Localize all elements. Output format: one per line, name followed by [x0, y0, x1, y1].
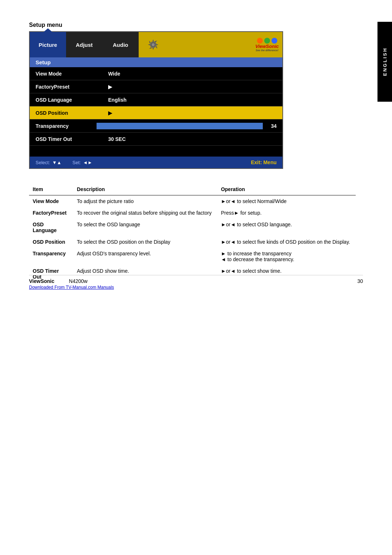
- tab-audio[interactable]: Audio: [102, 32, 139, 57]
- info-table: Item Description Operation View Mode To …: [29, 183, 356, 283]
- row-op-viewmode: ►or◄ to select Normal/Wide: [217, 195, 356, 207]
- factorypreset-arrow: ▶: [108, 84, 277, 90]
- osdposition-arrow: ▶: [108, 110, 277, 116]
- row-desc-osdpos: To select the OSD position on the Displa…: [73, 236, 217, 248]
- tab-adjust-label: Adjust: [76, 42, 93, 48]
- menu-section-setup: Setup: [30, 57, 282, 67]
- tab-logo: ViewSonic See the difference!: [168, 32, 282, 57]
- gear-icon: [147, 38, 160, 51]
- row-desc-viewmode: To adjust the picture ratio: [73, 195, 217, 207]
- footer-page: 30: [357, 278, 363, 284]
- row-item-transparency: Transparency: [29, 248, 73, 265]
- row-op-osdlang: ►or◄ to select OSD language.: [217, 219, 356, 236]
- row-desc-factorypreset: To recover the original status before sh…: [73, 207, 217, 219]
- row-item-osdlang: OSDLanguage: [29, 219, 73, 236]
- row-op-factorypreset: Press► for setup.: [217, 207, 356, 219]
- row-item-osdpos: OSD Position: [29, 236, 73, 248]
- osdposition-label: OSD Position: [36, 110, 108, 116]
- tab-adjust[interactable]: Adjust: [66, 32, 102, 57]
- menu-row-factorypreset[interactable]: FactoryPreset ▶: [30, 80, 282, 93]
- viewmode-value: Wide: [108, 71, 277, 77]
- osdlanguage-label: OSD Language: [36, 97, 108, 103]
- exit-menu-button[interactable]: Exit: Menu: [251, 159, 277, 165]
- col-header-op: Operation: [217, 183, 356, 195]
- tab-gear[interactable]: [139, 32, 168, 57]
- transparency-label: Transparency: [36, 123, 94, 129]
- menu-tab-bar: Picture Adjust Audio: [30, 32, 282, 57]
- table-row: OSD Position To select the OSD position …: [29, 236, 356, 248]
- osd-menu-box: Picture Adjust Audio: [29, 31, 283, 169]
- row-desc-osdlang: To select the OSD language: [73, 219, 217, 236]
- factorypreset-label: FactoryPreset: [36, 84, 108, 90]
- tab-picture-label: Picture: [39, 42, 57, 48]
- viewsonic-logo: ViewSonic See the difference!: [255, 38, 279, 52]
- footer-main: ViewSonic N4200w 30: [29, 275, 363, 284]
- bottom-set: Set: ◄►: [72, 160, 92, 165]
- menu-row-osdposition[interactable]: OSD Position ▶: [30, 106, 282, 119]
- viewsonic-tagline: See the difference!: [256, 49, 278, 52]
- svg-point-2: [152, 43, 155, 46]
- menu-row-osdtimerout[interactable]: OSD Timer Out 30 SEC: [30, 133, 282, 146]
- col-header-item: Item: [29, 183, 73, 195]
- row-item-factorypreset: FactoryPreset: [29, 207, 73, 219]
- osdtimerout-label: OSD Timer Out: [36, 136, 108, 142]
- menu-row-transparency[interactable]: Transparency 34: [30, 119, 282, 133]
- select-label: Select:: [36, 160, 50, 165]
- row-op-transparency: ► to increase the transparency◄ to decre…: [217, 248, 356, 265]
- bottom-select: Select: ▼▲: [36, 160, 61, 165]
- transparency-value: 34: [266, 123, 277, 129]
- footer-model: N4200w: [69, 278, 87, 284]
- menu-bottom-bar: Select: ▼▲ Set: ◄► Exit: Menu: [30, 157, 282, 168]
- tab-picture[interactable]: Picture: [30, 32, 66, 57]
- viewmode-label: View Mode: [36, 71, 108, 77]
- osdtimerout-value: 30 SEC: [108, 136, 277, 142]
- language-tab: ENGLISH: [377, 22, 392, 102]
- tab-audio-label: Audio: [113, 42, 128, 48]
- page-footer: ViewSonic N4200w 30 Downloaded From TV-M…: [29, 275, 363, 290]
- menu-row-osdlanguage[interactable]: OSD Language English: [30, 93, 282, 106]
- select-arrows: ▼▲: [52, 160, 62, 165]
- menu-spacer: [30, 146, 282, 157]
- row-item-viewmode: View Mode: [29, 195, 73, 207]
- set-label: Set:: [72, 160, 81, 165]
- row-desc-transparency: Adjust OSD's transparency level.: [73, 248, 217, 265]
- col-header-desc: Description: [73, 183, 217, 195]
- table-row: FactoryPreset To recover the original st…: [29, 207, 356, 219]
- table-row: OSDLanguage To select the OSD language ►…: [29, 219, 356, 236]
- footer-link[interactable]: Downloaded From TV-Manual.com Manuals: [29, 285, 114, 290]
- osdlanguage-value: English: [108, 97, 277, 103]
- transparency-fill: [97, 123, 246, 129]
- table-row: Transparency Adjust OSD's transparency l…: [29, 248, 356, 265]
- setup-menu-title: Setup menu: [29, 22, 363, 28]
- menu-row-viewmode[interactable]: View Mode Wide: [30, 67, 282, 80]
- table-row: View Mode To adjust the picture ratio ►o…: [29, 195, 356, 207]
- viewsonic-brand-name: ViewSonic: [255, 44, 279, 49]
- footer-brand: ViewSonic: [29, 278, 54, 284]
- transparency-slider[interactable]: [97, 123, 263, 129]
- row-op-osdpos: ►or◄ to select five kinds of OSD positio…: [217, 236, 356, 248]
- set-arrows: ◄►: [83, 160, 93, 165]
